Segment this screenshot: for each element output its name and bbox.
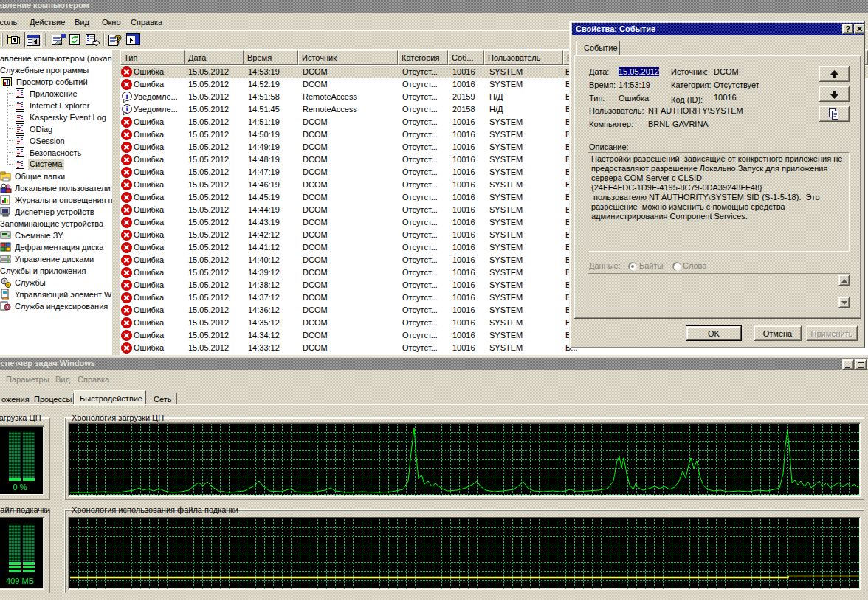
svg-text:i: i <box>125 92 128 100</box>
svg-text:?: ? <box>114 34 122 46</box>
svg-text:i: i <box>125 104 128 113</box>
